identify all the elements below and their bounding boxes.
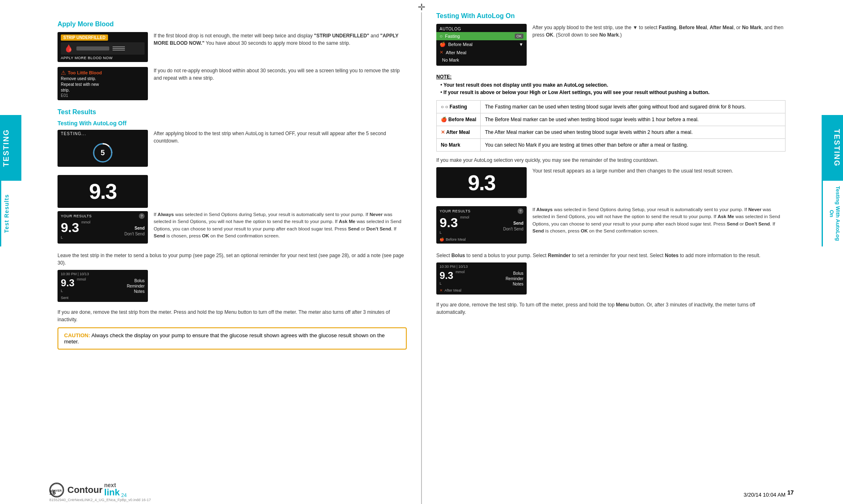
too-little-blood-pair: ⚠ Too Little Blood Remove used strip. Re…	[58, 67, 407, 104]
after-meal-icon: ✕	[440, 50, 443, 55]
your-results-description: If Always was selected in Send Options d…	[154, 211, 407, 239]
autolog-no-mark-item: No Mark	[436, 56, 527, 64]
bolus-number: 9.3	[61, 277, 74, 288]
after-meal-marker-desc: The After Meal marker can be used when t…	[481, 126, 785, 139]
right-question-icon: ?	[518, 208, 523, 214]
bolus-time: 10:30 PM | 10/13	[61, 272, 89, 276]
right-large-result-screen: 9.3	[436, 167, 527, 198]
remove-strip-description: If you are done, remove the test strip f…	[58, 308, 407, 323]
right-your-results-screen: YOUR RESULTS ? 9.3 mmolL Send Don't Send	[436, 206, 527, 244]
too-little-body: Remove used strip. Repeat test with new …	[61, 76, 145, 93]
testing-countdown-screen: TESTING... 5	[58, 130, 148, 167]
fasting-marker-desc: The Fasting marker can be used when test…	[481, 101, 785, 113]
right-results-description: If Always was selected in Send Options d…	[532, 206, 785, 235]
right-sidebar-tabs: TESTING Testing With AutoLog On	[822, 115, 843, 246]
testing-screen-device: TESTING... 5	[58, 130, 148, 170]
print-info: 81552940_CntrNextLINK2_4_UG_ENca_FpBp_v0…	[49, 498, 151, 502]
right-dont-send-button: Don't Send	[503, 227, 523, 231]
after-meal-marker-icon: ✕	[441, 129, 446, 135]
test-results-section: Test Results Testing With AutoLog Off TE…	[58, 108, 407, 350]
right-reminder-option: Reminder	[506, 276, 523, 281]
right-send-button: Send	[514, 221, 523, 226]
testing-header-text: TESTING...	[58, 130, 148, 138]
right-tab-testing: TESTING	[822, 115, 843, 181]
apply-blood-now-text: APPLY MORE BLOOD NOW	[61, 56, 145, 60]
before-meal-marker-desc: The Before Meal marker can be used when …	[481, 113, 785, 126]
fasting-icon: ○	[440, 33, 442, 39]
countdown-svg: 5	[92, 142, 114, 164]
test-results-title: Test Results	[58, 108, 407, 116]
your-results-screen: YOUR RESULTS ? 9.3 mmolL Send Don't Send	[58, 211, 148, 244]
before-meal-indicator: 🍎	[440, 237, 444, 242]
marker-table: ○ ○ Fasting The Fasting marker can be us…	[436, 100, 785, 152]
send-button: Send	[135, 226, 145, 230]
autolog-device: AUTOLOG ○ Fasting OK 🍎 Before Meal ▼	[436, 24, 527, 69]
your-results-device: YOUR RESULTS ? 9.3 mmolL Send Don't Send	[58, 211, 148, 247]
left-sidebar-tabs: TESTING Test Results	[0, 115, 21, 246]
right-tab-autolog: Testing With AutoLog On	[822, 181, 843, 246]
autolog-header: AUTOLOG	[436, 26, 527, 32]
right-your-results-label: YOUR RESULTS	[440, 209, 470, 213]
send-options: Send Don't Send	[124, 226, 145, 236]
right-bolus-options: Bolus Reminder Notes	[506, 271, 523, 286]
too-little-header: Too Little Blood	[68, 70, 102, 75]
before-meal-icon: 🍎	[440, 41, 446, 47]
autolog-screen: AUTOLOG ○ Fasting OK 🍎 Before Meal ▼	[436, 24, 527, 66]
autolog-after-meal-item: ✕ After Meal	[436, 48, 527, 56]
autolog-ok-badge: OK	[515, 34, 523, 39]
after-meal-marker-cell: ✕ After Meal	[437, 126, 481, 139]
right-large-result-number: 9.3	[468, 170, 495, 195]
right-result-appears-desc: Your test result appears as a large numb…	[532, 167, 785, 175]
right-your-results-device: YOUR RESULTS ? 9.3 mmolL Send Don't Send	[436, 206, 527, 247]
sent-label: Sent	[61, 296, 145, 300]
your-results-label: YOUR RESULTS	[61, 214, 92, 218]
strip-underfilled-label: STRIP UNDERFILLED	[61, 35, 108, 41]
apply-blood-title: Apply More Blood	[58, 21, 407, 28]
apply-blood-description: If the first blood drop is not enough, t…	[154, 32, 407, 47]
question-icon: ?	[139, 213, 145, 219]
page-divider	[421, 12, 422, 504]
contour-brand: Contour	[67, 485, 103, 495]
right-large-result-pair: 9.3 Your test result appears as a large …	[436, 167, 785, 201]
large-result-number: 9.3	[89, 179, 116, 204]
blood-drop-icon: 🩸	[64, 44, 73, 53]
select-bolus-description: Select Bolus to send a bolus to your pum…	[436, 252, 785, 259]
right-bolus-screen: 10:30 PM | 10/13 9.3 mmolL Bolus Reminde…	[436, 262, 527, 295]
strip-underfilled-screen: STRIP UNDERFILLED 🩸 APPLY MORE BLOOD NOW	[58, 32, 148, 62]
notes-option: Notes	[134, 289, 145, 294]
note-item-1: • Your test result does not display unti…	[440, 82, 785, 88]
before-meal-row: 🍎 Before Meal The Before Meal marker can…	[437, 113, 785, 126]
bolus-option: Bolus	[134, 278, 145, 283]
fasting-marker-icon: ○	[441, 104, 445, 110]
too-little-description: If you do not re-apply enough blood with…	[154, 67, 407, 82]
testing-screen-pair: TESTING... 5 After applying blood to the…	[58, 130, 407, 170]
fasting-marker-cell: ○ ○ Fasting	[437, 101, 481, 113]
bolus-screen: 10:30 PM | 10/13 9.3 mmolL Bolus Reminde…	[58, 270, 148, 302]
leave-strip-description: Leave the test strip in the meter to sen…	[58, 252, 407, 267]
autolog-items-list: ○ Fasting OK 🍎 Before Meal ▼ ✕	[436, 32, 527, 64]
too-little-screen: ⚠ Too Little Blood Remove used strip. Re…	[58, 67, 148, 100]
page-number-right: 17	[787, 489, 794, 496]
before-meal-marker-cell: 🍎 Before Meal	[437, 113, 481, 126]
right-after-meal-indicator: ✕	[440, 288, 443, 292]
note-item-2: • If your result is above or below your …	[440, 90, 785, 95]
autolog-arrow: ▼	[519, 42, 523, 47]
before-meal-label: Before Meal	[446, 237, 466, 242]
strip-underfilled-pair: STRIP UNDERFILLED 🩸 APPLY MORE BLOOD NOW	[58, 32, 407, 62]
testing-autolog-off-title: Testing With AutoLog Off	[58, 120, 407, 127]
note-title: NOTE:	[436, 74, 785, 80]
large-result-screen: 9.3	[58, 175, 148, 208]
print-datetime: 3/20/14 10:04 AM	[744, 492, 785, 498]
autolog-before-meal-item: 🍎 Before Meal ▼	[436, 40, 527, 48]
strip-underfilled-device: STRIP UNDERFILLED 🩸 APPLY MORE BLOOD NOW	[58, 32, 148, 62]
svg-text:5: 5	[101, 149, 105, 157]
autolog-description: After you apply blood to the test strip,…	[532, 24, 785, 39]
left-tab-results: Test Results	[0, 181, 21, 246]
svg-text:BAYER: BAYER	[52, 489, 62, 492]
right-bolus-time: 10:30 PM | 10/13	[440, 265, 468, 269]
right-bolus-number: 9.3	[440, 270, 453, 281]
caution-label: CAUTION:	[64, 332, 90, 338]
right-send-options: Send Don't Send	[503, 221, 523, 231]
right-your-results-pair: YOUR RESULTS ? 9.3 mmolL Send Don't Send	[436, 206, 785, 247]
right-bolus-option: Bolus	[513, 271, 523, 276]
